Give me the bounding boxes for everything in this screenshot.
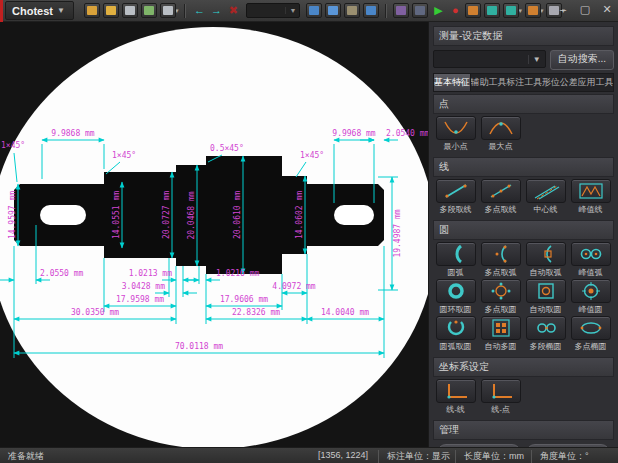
layers-icon[interactable]: ▾ xyxy=(525,3,544,18)
tool-axis[interactable]: 线-点 xyxy=(478,379,523,415)
tool-label: 自动取弧 xyxy=(530,267,562,278)
tool-label: 圆弧取圆 xyxy=(440,341,472,352)
tab-形位公差[interactable]: 形位公差 xyxy=(542,74,578,91)
grid-view-icon[interactable] xyxy=(344,3,360,18)
tool-label: 多段椭圆 xyxy=(530,341,562,352)
section-title-圆: 圆 xyxy=(433,220,614,240)
tool-line-seg[interactable]: 多段取线 xyxy=(433,179,478,215)
save-as-icon[interactable]: ▾ xyxy=(160,3,179,18)
dimension-label: 30.0350 mm xyxy=(71,308,119,317)
camera-icon[interactable] xyxy=(393,3,409,18)
tool-circle-peak[interactable]: 峰值圆 xyxy=(568,279,613,315)
app-title: Chotest xyxy=(12,5,53,17)
record-icon[interactable]: ● xyxy=(448,4,462,17)
magnifier-icon[interactable] xyxy=(325,3,341,18)
unit-annotation: 标注单位：显示 xyxy=(378,450,450,463)
toolbar-icons: ▾←→✖▼▶●▾▾▾ xyxy=(84,3,565,18)
section-title-坐标系设定: 坐标系设定 xyxy=(433,357,614,377)
arc-peak-icon xyxy=(576,244,606,264)
unit-angle: 角度单位：° xyxy=(531,450,589,463)
save-icon[interactable] xyxy=(122,3,138,18)
maximize-button[interactable]: ▢ xyxy=(578,3,592,16)
center-line-icon xyxy=(531,181,561,201)
chevron-down-icon: ▼ xyxy=(285,7,299,14)
multi-circle-icon xyxy=(486,318,516,338)
dimension-label: 14.9597 mm xyxy=(8,191,17,239)
tool-arc[interactable]: 圆弧 xyxy=(433,242,478,278)
max-point-icon xyxy=(486,118,516,138)
line-seg-icon xyxy=(441,181,471,201)
feature-combo[interactable]: ▼ xyxy=(433,50,546,68)
panel-tabs: 基本特征辅助工具标注工具形位公差应用工具 xyxy=(433,73,614,92)
tool-ring[interactable]: 圆环取圆 xyxy=(433,279,478,315)
peak-line-icon xyxy=(576,181,606,201)
ring-icon xyxy=(441,281,471,301)
measurement-viewport[interactable]: 14.9597 mm14.0551 mm20.0727 mm20.0468 mm… xyxy=(0,22,428,447)
minimize-button[interactable]: – xyxy=(556,3,570,16)
tool-label: 自动多圆 xyxy=(485,341,517,352)
new-file-icon[interactable] xyxy=(84,3,100,18)
tool-axis[interactable]: 线-线 xyxy=(433,379,478,415)
tool-min-point[interactable]: 最小点 xyxy=(433,116,478,152)
redo-arrow-icon[interactable]: → xyxy=(209,4,223,17)
tab-应用工具[interactable]: 应用工具 xyxy=(577,74,613,91)
tool-label: 最小点 xyxy=(444,141,468,152)
dimension-label: 14.0040 mm xyxy=(321,308,369,317)
section-title-点: 点 xyxy=(433,94,614,114)
tool-peak-line[interactable]: 峰值线 xyxy=(568,179,613,215)
shaft-drawing: 14.9597 mm14.0551 mm20.0727 mm20.0468 mm… xyxy=(0,22,428,447)
film-icon[interactable] xyxy=(412,3,428,18)
edit-save-icon[interactable] xyxy=(141,3,157,18)
tool-label: 多段取线 xyxy=(440,204,472,215)
undo-arrow-icon[interactable]: ← xyxy=(192,4,206,17)
dimension-label: 9.9968 mm xyxy=(332,129,376,138)
tool-label: 线-点 xyxy=(491,404,510,415)
arc-circle-icon xyxy=(441,318,471,338)
app-menu-button[interactable]: Chotest ▼ xyxy=(5,1,74,20)
tool-arc-pts[interactable]: 多点取弧 xyxy=(478,242,523,278)
dimension-label: 20.0727 mm xyxy=(162,191,171,239)
tool-circle-pts[interactable]: 多点取圆 xyxy=(478,279,523,315)
tool-arc-peak[interactable]: 峰值弧 xyxy=(568,242,613,278)
cursor-coordinates: [1356, 1224] xyxy=(318,450,368,460)
tool-arc-circle[interactable]: 圆弧取圆 xyxy=(433,316,478,352)
dimension-label: 9.9868 mm xyxy=(51,129,95,138)
tab-辅助工具[interactable]: 辅助工具 xyxy=(471,74,507,91)
shield-icon[interactable]: ▾ xyxy=(503,3,522,18)
delete-icon[interactable]: ✖ xyxy=(226,4,240,17)
tool-line-pts[interactable]: 多点取线 xyxy=(478,179,523,215)
auto-search-button[interactable]: 自动搜索... xyxy=(550,50,614,70)
ellipse-seg-icon xyxy=(531,318,561,338)
axis-icon xyxy=(441,381,471,401)
toolbar-separator xyxy=(385,4,387,18)
compare-icon[interactable] xyxy=(484,3,500,18)
recent-combo[interactable]: ▼ xyxy=(246,3,300,18)
tool-ellipse-pts[interactable]: 多点椭圆 xyxy=(568,316,613,352)
dimension-label: 0.5×45° xyxy=(210,144,244,153)
manage-section-title: 管理 xyxy=(433,420,614,440)
tool-center-line[interactable]: 中心线 xyxy=(523,179,568,215)
tool-arc-auto[interactable]: 自动取弧 xyxy=(523,242,568,278)
dimension-label: 1.0216 mm xyxy=(216,269,260,278)
dimension-label: 22.8326 mm xyxy=(232,308,280,317)
tool-ellipse-seg[interactable]: 多段椭圆 xyxy=(523,316,568,352)
dimension-label: 17.9598 mm xyxy=(116,295,164,304)
chevron-down-icon: ▼ xyxy=(57,6,65,15)
tab-基本特征[interactable]: 基本特征 xyxy=(434,74,471,91)
dimension-label: 20.0610 mm xyxy=(233,191,242,239)
image-preview-icon[interactable] xyxy=(306,3,322,18)
tool-circle-auto[interactable]: 自动取圆 xyxy=(523,279,568,315)
probe-icon[interactable] xyxy=(465,3,481,18)
open-file-icon[interactable] xyxy=(103,3,119,18)
tool-label: 多点取圆 xyxy=(485,304,517,315)
tool-label: 峰值线 xyxy=(579,204,603,215)
monitor-icon[interactable] xyxy=(363,3,379,18)
tool-max-point[interactable]: 最大点 xyxy=(478,116,523,152)
run-icon[interactable]: ▶ xyxy=(431,4,445,17)
close-button[interactable]: ✕ xyxy=(600,3,614,16)
tool-label: 自动取圆 xyxy=(530,304,562,315)
dimension-label: 20.0468 mm xyxy=(187,191,196,239)
tab-标注工具[interactable]: 标注工具 xyxy=(506,74,542,91)
tool-multi-circle[interactable]: 自动多圆 xyxy=(478,316,523,352)
dimension-label: 4.0972 mm xyxy=(272,282,316,291)
